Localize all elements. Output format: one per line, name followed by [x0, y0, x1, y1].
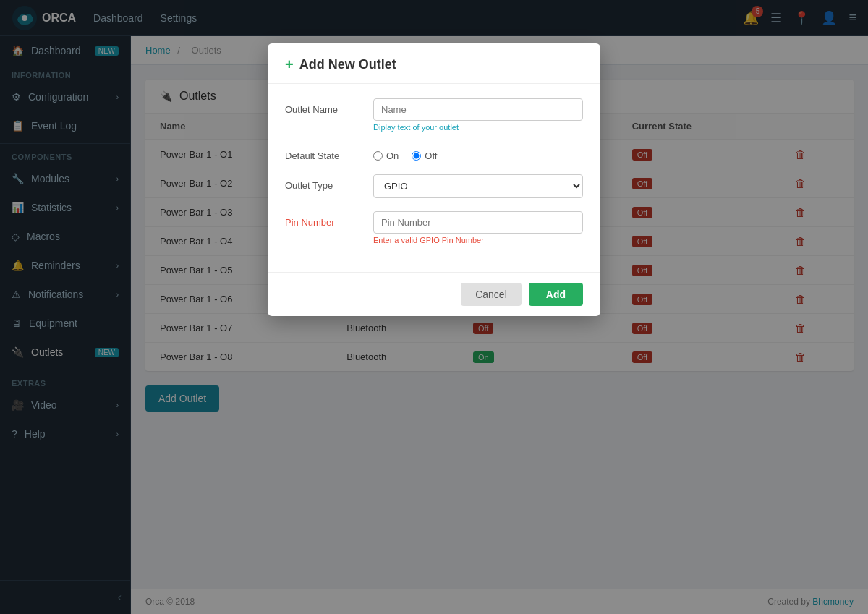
radio-off[interactable] [412, 151, 421, 161]
add-outlet-modal: + Add New Outlet Outlet Name Diplay text… [268, 43, 600, 316]
outlet-type-row: Outlet Type GPIO [285, 174, 583, 198]
radio-off-label[interactable]: Off [412, 150, 437, 161]
modal-header: + Add New Outlet [268, 43, 600, 84]
default-state-row: Default State On Off [285, 145, 583, 161]
outlet-name-field: Diplay text of your outlet [373, 98, 583, 132]
outlet-name-hint: Diplay text of your outlet [373, 123, 583, 132]
outlet-name-label: Outlet Name [285, 98, 365, 115]
outlet-type-field: GPIO [373, 174, 583, 198]
modal-body: Outlet Name Diplay text of your outlet D… [268, 84, 600, 272]
radio-off-text: Off [425, 150, 437, 161]
cancel-button[interactable]: Cancel [461, 283, 522, 306]
add-button[interactable]: Add [529, 283, 583, 306]
default-state-radio-group: On Off [373, 145, 583, 161]
radio-on[interactable] [373, 151, 383, 161]
default-state-label: Default State [285, 145, 365, 161]
radio-on-label[interactable]: On [373, 150, 399, 161]
pin-number-row: Pin Number Enter a valid GPIO Pin Number [285, 211, 583, 244]
plus-icon: + [285, 56, 294, 73]
modal-title: Add New Outlet [299, 57, 396, 72]
radio-on-text: On [386, 150, 399, 161]
pin-number-field: Enter a valid GPIO Pin Number [373, 211, 583, 244]
outlet-type-label: Outlet Type [285, 174, 365, 191]
default-state-field: On Off [373, 145, 583, 161]
outlet-name-row: Outlet Name Diplay text of your outlet [285, 98, 583, 132]
outlet-name-input[interactable] [373, 98, 583, 121]
pin-number-label: Pin Number [285, 211, 365, 228]
modal-overlay[interactable]: + Add New Outlet Outlet Name Diplay text… [0, 0, 868, 614]
modal-footer: Cancel Add [268, 272, 600, 316]
pin-number-input[interactable] [373, 211, 583, 234]
pin-number-hint: Enter a valid GPIO Pin Number [373, 236, 583, 244]
outlet-type-select[interactable]: GPIO [373, 174, 583, 198]
